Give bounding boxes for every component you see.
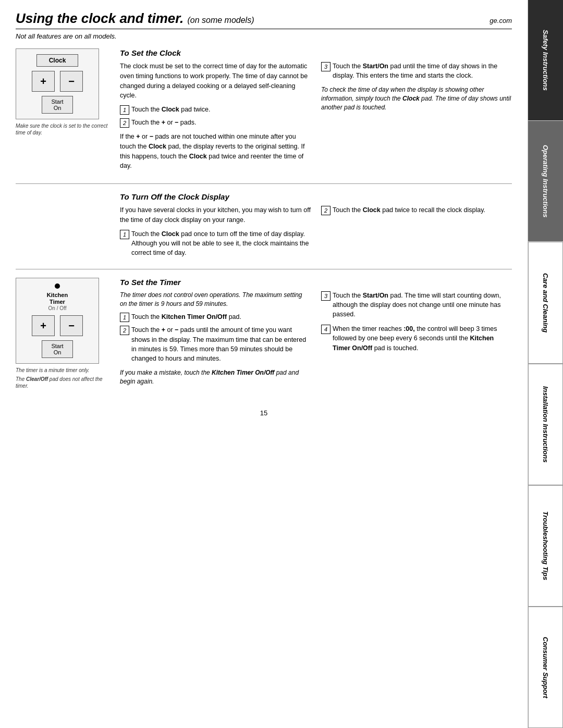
sidebar-item-safety[interactable]: Safety Instructions — [528, 0, 563, 121]
clock-middle-text: If the + or − pads are not touched withi… — [120, 132, 311, 171]
clock-heading: To Set the Clock — [120, 48, 512, 57]
clock-intro: The clock must be set to the correct tim… — [120, 61, 311, 101]
timer-step-2: 2 Touch the + or − pads until the amount… — [120, 325, 311, 363]
timer-minus-button: − — [60, 315, 83, 336]
clock-body: The clock must be set to the correct tim… — [120, 61, 512, 175]
page-number: 15 — [16, 409, 512, 417]
clock-display-col-left: If you have several clocks in your kitch… — [120, 205, 311, 261]
page-title: Using the clock and timer. (on some mode… — [16, 10, 254, 27]
clock-right-note: To check the time of day when the displa… — [321, 85, 512, 112]
clock-display-intro: If you have several clocks in your kitch… — [120, 205, 311, 225]
timer-left-bottom-note: If you make a mistake, touch the Kitchen… — [120, 368, 311, 386]
clock-caption: Make sure the clock is set to the correc… — [16, 122, 112, 136]
clock-display-step-2: 2 Touch the Clock pad twice to recall th… — [321, 205, 512, 215]
timer-col-left: The timer does not control oven operatio… — [120, 291, 311, 390]
clock-section: Clock + − Start On Make sure the clock i… — [16, 48, 512, 184]
minus-button: − — [60, 71, 83, 92]
sidebar-item-installation[interactable]: Installation Instructions — [528, 364, 563, 485]
clock-button: Clock — [36, 54, 78, 67]
kitchen-timer-label: KitchenTimer — [21, 292, 93, 305]
clock-step-1: 1 Touch the Clock pad twice. — [120, 105, 311, 115]
dot-indicator — [55, 283, 60, 289]
timer-section: KitchenTimer On / Off + − Start On The t… — [16, 278, 512, 399]
clock-section-left: Clock + − Start On Make sure the clock i… — [16, 48, 120, 175]
timer-heading: To Set the Timer — [120, 278, 512, 287]
timer-section-left: KitchenTimer On / Off + − Start On The t… — [16, 278, 120, 390]
clock-display-col-right: 2 Touch the Clock pad twice to recall th… — [321, 205, 512, 261]
sidebar-item-troubleshooting[interactable]: Troubleshooting Tips — [528, 485, 563, 607]
page-header: Using the clock and timer. (on some mode… — [16, 10, 512, 29]
sidebar-item-operating[interactable]: Operating Instructions — [528, 121, 563, 242]
clock-display-body: If you have several clocks in your kitch… — [120, 205, 512, 261]
timer-step-4: 4 When the timer reaches :00, the contro… — [321, 324, 512, 352]
timer-control-pad: KitchenTimer On / Off + − Start On — [16, 278, 99, 364]
subtitle-note: Not all features are on all models. — [16, 32, 512, 40]
clock-control-pad: Clock + − Start On — [16, 48, 99, 119]
timer-section-right: To Set the Timer The timer does not cont… — [120, 278, 512, 390]
timer-caption1: The timer is a minute timer only. — [16, 367, 112, 374]
clock-display-section: To Turn Off the Clock Display If you hav… — [16, 192, 512, 269]
clock-display-step-1: 1 Touch the Clock pad once to turn off t… — [120, 229, 311, 257]
clock-arrows: + − — [21, 71, 93, 92]
timer-arrows: + − — [21, 315, 93, 336]
on-off-label: On / Off — [21, 305, 93, 311]
sidebar-item-care[interactable]: Care and Cleaning — [528, 242, 563, 363]
clock-section-right: To Set the Clock The clock must be set t… — [120, 48, 512, 175]
sidebar: Safety Instructions Operating Instructio… — [528, 0, 563, 728]
timer-caption2: The Clear/Off pad does not affect the ti… — [16, 376, 112, 389]
timer-plus-button: + — [32, 315, 55, 336]
timer-start-button: Start On — [42, 340, 73, 358]
timer-step-1: 1 Touch the Kitchen Timer On/Off pad. — [120, 312, 311, 322]
clock-display-left — [16, 192, 120, 261]
clock-col-right: 3 Touch the Start/On pad until the time … — [321, 61, 512, 175]
clock-display-heading: To Turn Off the Clock Display — [120, 192, 512, 201]
start-button: Start On — [42, 96, 73, 114]
sidebar-item-consumer[interactable]: Consumer Support — [528, 607, 563, 728]
timer-italic-note: The timer does not control oven operatio… — [120, 291, 311, 309]
clock-step-3: 3 Touch the Start/On pad until the time … — [321, 61, 512, 80]
timer-step-3: 3 Touch the Start/On pad. The time will … — [321, 291, 512, 319]
timer-col-right: 3 Touch the Start/On pad. The time will … — [321, 291, 512, 390]
plus-button: + — [32, 71, 55, 92]
clock-step-2: 2 Touch the + or − pads. — [120, 118, 311, 128]
timer-body: The timer does not control oven operatio… — [120, 291, 512, 390]
ge-logo: ge.com — [489, 17, 512, 24]
clock-display-right: To Turn Off the Clock Display If you hav… — [120, 192, 512, 261]
clock-col-left: The clock must be set to the correct tim… — [120, 61, 311, 175]
